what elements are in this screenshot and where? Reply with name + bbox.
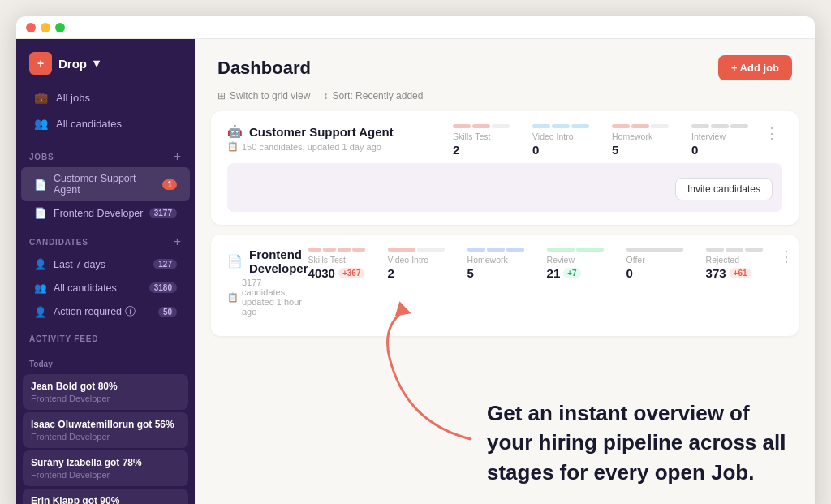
sidebar-job-frontend-dev[interactable]: 📄 Frontend Developer 3177 xyxy=(21,201,190,225)
grid-view-toggle[interactable]: ⊞ Switch to grid view xyxy=(217,90,310,101)
sort-icon: ↕ xyxy=(323,90,328,101)
maximize-dot[interactable] xyxy=(55,23,65,32)
activity-name: Isaac Oluwatemillorun got 56% xyxy=(31,419,180,430)
sidebar-item-all-candidates[interactable]: 👥 All candidates xyxy=(21,110,190,136)
invite-row: Invite candidates xyxy=(237,171,773,204)
sidebar-job-customer-support[interactable]: 📄 Customer Support Agent 1 xyxy=(21,167,190,201)
job-icon: 📄 xyxy=(34,207,47,219)
job-badge: 1 xyxy=(162,179,177,190)
job-title-icon: 🤖 xyxy=(227,124,243,139)
main-content: Dashboard + Add job ⊞ Switch to grid vie… xyxy=(195,39,815,504)
people-icon: 👥 xyxy=(34,282,47,294)
job-more-menu-button[interactable]: ⋮ xyxy=(776,248,797,265)
sort-label: Sort: Recently added xyxy=(332,90,423,101)
job-badge: 3177 xyxy=(149,208,177,218)
grid-view-label: Switch to grid view xyxy=(230,90,310,101)
stage-plus-badge: +367 xyxy=(338,268,365,278)
app-window: + Drop ▾ 💼 All jobs 👥 All candidates Job… xyxy=(16,16,815,504)
toolbar: ⊞ Switch to grid view ↕ Sort: Recently a… xyxy=(195,90,815,111)
activity-item[interactable]: Jean Bold got 80% Frontend Developer xyxy=(23,374,188,410)
stage-col: Video Intro 2 xyxy=(388,248,445,280)
section-candidates: Candidates + xyxy=(16,225,195,252)
activity-sub: Frontend Developer xyxy=(31,470,180,480)
activity-name: Erin Klapp got 90% xyxy=(31,495,180,504)
overlay-text: Get an instant overview of your hiring p… xyxy=(487,398,799,487)
main-header: Dashboard + Add job xyxy=(195,39,815,90)
sidebar-action-required[interactable]: 👤 Action required ⓘ 50 xyxy=(21,299,190,325)
section-activity-feed: Activity Feed xyxy=(16,325,195,347)
stage-col: Homework 5 xyxy=(467,248,524,280)
brand-icon: + xyxy=(29,52,52,75)
stage-col: Skills Test 4030 +367 xyxy=(308,248,365,280)
activity-today-label: Today xyxy=(16,353,195,372)
page-title: Dashboard xyxy=(217,58,311,79)
jobs-list: 🤖 Customer Support Agent 📋 150 candidate… xyxy=(195,111,815,390)
job-card-title: 🤖 Customer Support Agent xyxy=(227,124,394,139)
job-card-meta: 📋 3177 candidates, updated 1 hour ago xyxy=(227,278,308,317)
app-layout: + Drop ▾ 💼 All jobs 👥 All candidates Job… xyxy=(16,39,815,504)
job-card-frontend-dev: 📄 Frontend Developer 📋 3177 candidates, … xyxy=(211,235,799,336)
candidate-badge: 3180 xyxy=(149,282,177,293)
sidebar-last7days[interactable]: 👤 Last 7 days 127 xyxy=(21,252,190,276)
activity-name: Surány Izabella got 78% xyxy=(31,457,180,468)
action-icon: 👤 xyxy=(34,306,47,318)
candidates-icon-small: 📋 xyxy=(227,292,239,303)
job-label: Frontend Developer xyxy=(54,208,143,219)
invite-row-bg: Invite candidates xyxy=(227,163,782,212)
sort-toggle[interactable]: ↕ Sort: Recently added xyxy=(323,90,423,101)
briefcase-icon: 💼 xyxy=(34,91,48,104)
job-card-customer-support: 🤖 Customer Support Agent 📋 150 candidate… xyxy=(211,111,799,225)
stage-col: Offer 0 xyxy=(626,248,683,280)
candidate-badge: 127 xyxy=(153,259,177,269)
brand-chevron: ▾ xyxy=(93,56,100,71)
stage-col: Rejected 373 +61 xyxy=(706,248,763,280)
calendar-icon: 👤 xyxy=(34,258,47,270)
sidebar-nav-label: All jobs xyxy=(56,92,90,104)
minimize-dot[interactable] xyxy=(41,23,50,32)
brand[interactable]: + Drop ▾ xyxy=(29,52,100,75)
titlebar xyxy=(16,16,815,39)
section-jobs: Jobs + xyxy=(16,140,195,167)
overlay-area: Get an instant overview of your hiring p… xyxy=(195,390,815,503)
job-stages: Skills Test 4030 +367 xyxy=(308,248,763,280)
invite-candidates-button[interactable]: Invite candidates xyxy=(675,178,773,200)
brand-name: Drop xyxy=(58,57,87,71)
content-lower: Get an instant overview of your hiring p… xyxy=(195,390,815,504)
job-icon: 📄 xyxy=(34,179,47,191)
activity-name: Jean Bold got 80% xyxy=(31,381,180,392)
sidebar-nav: 💼 All jobs 👥 All candidates xyxy=(16,81,195,140)
stage-col: Interview 0 xyxy=(691,124,748,157)
job-card-meta: 📋 150 candidates, updated 1 day ago xyxy=(227,141,394,152)
candidate-badge: 50 xyxy=(158,307,177,317)
activity-item[interactable]: Surány Izabella got 78% Frontend Develop… xyxy=(23,450,188,486)
sidebar-all-candidates[interactable]: 👥 All candidates 3180 xyxy=(21,276,190,299)
activity-sub: Frontend Developer xyxy=(31,394,180,403)
sidebar-header: + Drop ▾ xyxy=(16,39,195,81)
candidates-icon-small: 📋 xyxy=(227,141,239,152)
job-more-menu-button[interactable]: ⋮ xyxy=(761,124,782,142)
activity-sub: Frontend Developer xyxy=(31,432,180,442)
sidebar-item-all-jobs[interactable]: 💼 All jobs xyxy=(21,84,190,110)
job-title-icon: 📄 xyxy=(227,254,243,269)
stage-col: Homework 5 xyxy=(612,124,669,157)
stage-col: Review 21 +7 xyxy=(547,248,604,280)
stage-plus-badge: +61 xyxy=(730,268,751,278)
sidebar-nav-label: All candidates xyxy=(56,118,122,130)
job-label: Customer Support Agent xyxy=(54,173,162,196)
add-job-sidebar-btn[interactable]: + xyxy=(174,149,182,164)
add-job-button[interactable]: + Add job xyxy=(718,55,792,80)
sidebar: + Drop ▾ 💼 All jobs 👥 All candidates Job… xyxy=(16,39,195,504)
activity-item[interactable]: Isaac Oluwatemillorun got 56% Frontend D… xyxy=(23,412,188,448)
grid-icon: ⊞ xyxy=(217,90,226,101)
close-dot[interactable] xyxy=(26,23,36,32)
job-stages: Skills Test 2 xyxy=(453,124,748,157)
job-card-title: 📄 Frontend Developer xyxy=(227,248,308,275)
stage-plus-badge: +7 xyxy=(563,268,580,278)
activity-feed: Today Jean Bold got 80% Frontend Develop… xyxy=(16,347,195,504)
add-candidate-btn[interactable]: + xyxy=(174,235,182,249)
stage-col: Video Intro 0 xyxy=(532,124,589,157)
activity-item[interactable]: Erin Klapp got 90% Frontend Developer xyxy=(23,489,188,504)
candidates-icon: 👥 xyxy=(34,117,48,130)
stage-col: Skills Test 2 xyxy=(453,124,510,157)
